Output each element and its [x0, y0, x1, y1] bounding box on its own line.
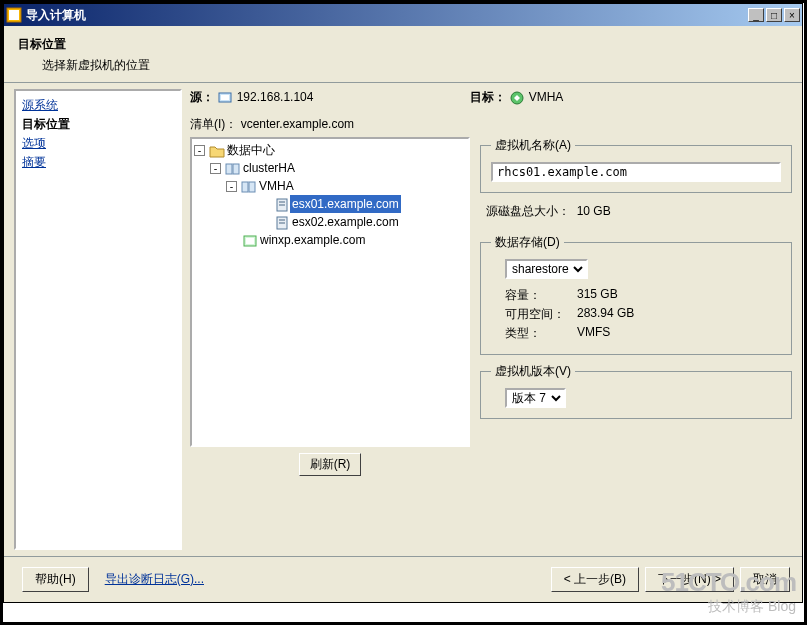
collapse-icon[interactable]: - — [226, 181, 237, 192]
titlebar: 导入计算机 _ □ × — [4, 4, 802, 26]
dest-value: VMHA — [529, 90, 564, 104]
svg-rect-13 — [279, 219, 285, 221]
folder-icon — [209, 141, 225, 159]
vm-name-group: 虚拟机名称(A) — [480, 137, 792, 193]
inventory-tree[interactable]: - 数据中心 - clusterHA - VMHA — [190, 137, 470, 447]
tree-item-selected[interactable]: esx01.example.com — [290, 195, 401, 213]
svg-rect-11 — [279, 204, 285, 206]
type-value: VMFS — [577, 325, 610, 342]
capacity-value: 315 GB — [577, 287, 618, 304]
wizard-header: 目标位置 选择新虚拟机的位置 — [4, 26, 802, 82]
help-button[interactable]: 帮助(H) — [22, 567, 89, 592]
cluster-icon — [241, 177, 257, 195]
page-title: 目标位置 — [18, 36, 788, 53]
svg-rect-16 — [246, 238, 254, 244]
src-disk-label: 源磁盘总大小： — [486, 204, 570, 218]
host-icon — [274, 195, 290, 213]
source-label: 源： — [190, 90, 214, 104]
svg-rect-5 — [226, 164, 232, 174]
datastore-select[interactable]: sharestore — [505, 259, 588, 279]
tree-item[interactable]: winxp.example.com — [260, 231, 365, 249]
cluster-icon — [225, 159, 241, 177]
svg-rect-14 — [279, 222, 285, 224]
tree-vmha[interactable]: VMHA — [259, 177, 294, 195]
host-icon — [274, 213, 290, 231]
wizard-footer: 帮助(H) 导出诊断日志(G)... < 上一步(B) 下一步(N) > 取消 — [4, 557, 802, 601]
export-diag-link[interactable]: 导出诊断日志(G)... — [105, 571, 204, 588]
inventory-label: 清单(I)： — [190, 117, 237, 131]
svg-rect-6 — [233, 164, 239, 174]
vm-icon — [242, 231, 258, 249]
next-button[interactable]: 下一步(N) > — [645, 567, 734, 592]
tree-root[interactable]: 数据中心 — [227, 141, 275, 159]
back-button[interactable]: < 上一步(B) — [551, 567, 639, 592]
step-options[interactable]: 选项 — [22, 135, 174, 152]
step-summary[interactable]: 摘要 — [22, 154, 174, 171]
vm-name-input[interactable] — [491, 162, 781, 182]
app-icon — [6, 7, 22, 23]
collapse-icon[interactable]: - — [210, 163, 221, 174]
source-value: 192.168.1.104 — [237, 90, 314, 104]
server-icon — [217, 90, 233, 106]
vm-version-legend: 虚拟机版本(V) — [491, 363, 575, 380]
free-label: 可用空间： — [505, 306, 577, 323]
datastore-group: 数据存储(D) sharestore 容量：315 GB 可用空间：283.94… — [480, 234, 792, 355]
close-button[interactable]: × — [784, 8, 800, 22]
svg-rect-10 — [279, 201, 285, 203]
free-value: 283.94 GB — [577, 306, 634, 323]
vsphere-icon — [509, 90, 525, 106]
dest-label: 目标： — [470, 90, 506, 104]
maximize-button[interactable]: □ — [766, 8, 782, 22]
inventory-value: vcenter.example.com — [241, 117, 354, 131]
step-destination[interactable]: 目标位置 — [22, 116, 174, 133]
step-source[interactable]: 源系统 — [22, 97, 174, 114]
wizard-steps: 源系统 目标位置 选项 摘要 — [14, 89, 182, 550]
window-title: 导入计算机 — [26, 7, 748, 24]
capacity-label: 容量： — [505, 287, 577, 304]
type-label: 类型： — [505, 325, 577, 342]
vm-version-select[interactable]: 版本 7 — [505, 388, 566, 408]
svg-rect-3 — [221, 95, 229, 100]
refresh-button[interactable]: 刷新(R) — [299, 453, 362, 476]
minimize-button[interactable]: _ — [748, 8, 764, 22]
vm-name-legend: 虚拟机名称(A) — [491, 137, 575, 154]
src-disk-value: 10 GB — [577, 204, 611, 218]
tree-item[interactable]: esx02.example.com — [292, 213, 399, 231]
tree-cluster[interactable]: clusterHA — [243, 159, 295, 177]
svg-rect-8 — [249, 182, 255, 192]
vm-version-group: 虚拟机版本(V) 版本 7 — [480, 363, 792, 419]
collapse-icon[interactable]: - — [194, 145, 205, 156]
svg-rect-7 — [242, 182, 248, 192]
page-subtitle: 选择新虚拟机的位置 — [42, 57, 788, 74]
cancel-button[interactable]: 取消 — [740, 567, 790, 592]
svg-rect-1 — [9, 10, 19, 20]
datastore-legend: 数据存储(D) — [491, 234, 564, 251]
